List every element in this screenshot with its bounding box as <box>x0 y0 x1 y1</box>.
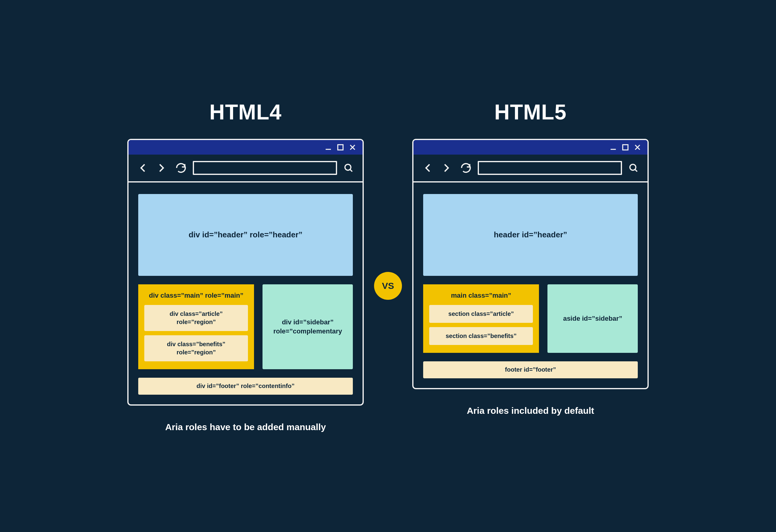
main-region: main class=”main” section class=”article… <box>423 284 539 353</box>
vs-badge: VS <box>374 272 402 300</box>
article-region: section class=”article” <box>429 305 533 323</box>
chevron-left-icon <box>137 162 149 174</box>
vs-badge-container: VS <box>364 232 412 300</box>
html5-title: HTML5 <box>495 100 567 124</box>
chevron-left-icon <box>422 162 434 174</box>
html5-caption: Aria roles included by default <box>467 405 594 416</box>
html5-browser-window: header id=”header” main class=”main” sec… <box>412 139 649 389</box>
html4-column: HTML4 <box>127 100 364 432</box>
browser-content: div id=”header” role=”header” div class=… <box>129 182 363 404</box>
footer-region: div id=”footer” role=”contentinfo” <box>138 378 353 395</box>
minimize-icon <box>609 143 617 151</box>
main-region: div class=”main” role=”main” div class=”… <box>138 284 254 369</box>
svg-line-5 <box>350 169 352 171</box>
search-icon <box>343 163 354 173</box>
browser-toolbar <box>413 155 647 182</box>
middle-row: main class=”main” section class=”article… <box>423 284 638 353</box>
window-titlebar <box>129 140 363 155</box>
svg-line-11 <box>635 169 637 171</box>
footer-region: footer id=”footer” <box>423 361 638 378</box>
middle-row: div class=”main” role=”main” div class=”… <box>138 284 353 369</box>
svg-rect-1 <box>338 145 343 150</box>
address-bar <box>193 161 337 175</box>
close-icon <box>349 143 357 151</box>
address-bar <box>478 161 622 175</box>
svg-point-4 <box>345 164 351 170</box>
benefits-region: section class=”benefits” <box>429 327 533 345</box>
chevron-right-icon <box>155 162 167 174</box>
reload-icon <box>175 162 187 174</box>
html4-title: HTML4 <box>209 100 281 124</box>
minimize-icon <box>324 143 332 151</box>
article-region: div class=”article” role=”region” <box>144 305 248 331</box>
sidebar-region: aside id=”sidebar” <box>548 284 638 353</box>
browser-toolbar <box>129 155 363 182</box>
close-icon <box>633 143 641 151</box>
html5-column: HTML5 <box>412 100 649 416</box>
diagram-container: HTML4 <box>97 100 679 432</box>
svg-point-10 <box>630 164 636 170</box>
browser-content: header id=”header” main class=”main” sec… <box>413 182 647 388</box>
main-region-label: div class=”main” role=”main” <box>144 291 248 301</box>
header-region: div id=”header” role=”header” <box>138 194 353 276</box>
svg-rect-7 <box>623 145 628 150</box>
html4-caption: Aria roles have to be added manually <box>165 422 326 432</box>
reload-icon <box>460 162 472 174</box>
chevron-right-icon <box>440 162 452 174</box>
benefits-region: div class=”benefits” role=”region” <box>144 335 248 361</box>
main-region-label: main class=”main” <box>429 291 533 301</box>
window-titlebar <box>413 140 647 155</box>
maximize-icon <box>621 143 629 151</box>
header-region: header id=”header” <box>423 194 638 276</box>
html4-browser-window: div id=”header” role=”header” div class=… <box>127 139 364 405</box>
search-icon <box>628 163 639 173</box>
sidebar-region: div id=”sidebar” role=”complementary <box>262 284 353 369</box>
maximize-icon <box>337 143 344 151</box>
